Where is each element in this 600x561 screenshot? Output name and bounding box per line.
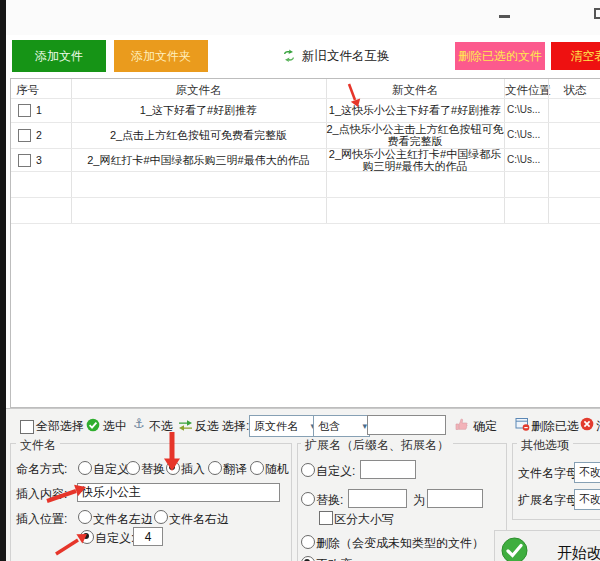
ext-delete-label[interactable]: 删除（会变成未知类型的文件） [316, 535, 484, 552]
ext-replace-from-input[interactable] [348, 489, 407, 508]
thumb-icon [455, 417, 469, 431]
file-location: C:\Us... [507, 129, 549, 141]
clear-list-icon[interactable] [580, 417, 594, 431]
field-dropdown[interactable]: 原文件名▾ [249, 415, 318, 437]
start-rename-label: 开始改名 [557, 544, 600, 561]
clear-table-button[interactable]: 清空表 [551, 42, 600, 70]
ext-replace-radio[interactable] [301, 492, 315, 506]
match-mode-value: 包含 [318, 419, 340, 434]
position-left-label[interactable]: 文件名左边 [93, 511, 153, 528]
new-filename: 2_点快乐小公主击上方红色按钮可免费看完整版 [326, 123, 504, 147]
swap-names-button[interactable]: 新旧文件名互换 [281, 46, 390, 66]
ext-delete-radio[interactable] [301, 535, 315, 549]
position-custom-radio[interactable] [80, 530, 94, 544]
add-file-button[interactable]: 添加文件 [12, 40, 106, 72]
filename-letter-dropdown[interactable]: 不改变 [574, 462, 600, 483]
naming-random-label[interactable]: 随机 [265, 461, 289, 478]
insert-position-label: 插入位置: [16, 511, 67, 528]
grid-line [11, 223, 600, 224]
field-dropdown-value: 原文件名 [254, 419, 298, 434]
case-sensitive-checkbox[interactable] [319, 511, 333, 525]
ext-replace-to-input[interactable] [427, 489, 483, 508]
file-location: C:\Us... [507, 104, 549, 116]
add-folder-button[interactable]: 添加文件夹 [114, 40, 208, 72]
naming-translate-label[interactable]: 翻译 [223, 461, 247, 478]
naming-insert-radio[interactable] [166, 461, 180, 475]
case-sensitive-label[interactable]: 区分大小写 [334, 511, 394, 528]
ext-keep-label[interactable]: 不改变 [316, 556, 352, 561]
original-filename: 2_点击上方红色按钮可免费看完整版 [71, 129, 326, 141]
select-all-checkbox[interactable] [20, 420, 34, 434]
position-index-input[interactable] [133, 527, 163, 546]
clear-list-label[interactable]: 清空 [596, 418, 600, 435]
unpick-button[interactable]: 不选 [149, 418, 173, 435]
grid-line [11, 197, 600, 198]
new-filename: 2_网快乐小公主红打卡#中国绿都乐购三明#最伟大的作品 [326, 148, 504, 172]
row-index: 2 [36, 129, 42, 141]
swap-names-label: 新旧文件名互换 [302, 48, 390, 65]
delete-checked-button[interactable]: 删除已选 [531, 418, 579, 435]
select-filter-label: 选择: [222, 418, 249, 435]
naming-custom-label[interactable]: 自定义 [93, 461, 129, 478]
naming-translate-radio[interactable] [208, 461, 222, 475]
filename-letter-value: 不改变 [579, 465, 600, 480]
naming-insert-label[interactable]: 插入 [181, 461, 205, 478]
maximize-icon[interactable] [594, 8, 600, 19]
select-all-label[interactable]: 全部选择 [36, 418, 84, 435]
position-custom-label[interactable]: 自定义: [95, 530, 134, 547]
col-header-index[interactable]: 序号 [16, 83, 39, 98]
pick-button[interactable]: 选中 [103, 418, 127, 435]
invert-selection-icon [178, 419, 193, 431]
swap-arrows-icon [281, 49, 297, 63]
start-check-icon [501, 537, 528, 561]
grid-line [11, 171, 600, 172]
position-right-radio[interactable] [154, 510, 168, 524]
start-rename-button[interactable]: 开始改名 [494, 530, 600, 561]
col-header-original[interactable]: 原文件名 [71, 83, 326, 98]
ext-custom-label[interactable]: 自定义: [316, 463, 355, 480]
keyword-input[interactable] [367, 415, 446, 435]
naming-custom-radio[interactable] [78, 461, 92, 475]
invert-button[interactable]: 反选 [195, 418, 219, 435]
ext-custom-radio[interactable] [301, 463, 315, 477]
table-row[interactable]: 1 1_这下好看了#好剧推荐 1_这快乐小公主下好看了#好剧推荐 C:\Us..… [11, 98, 600, 122]
check-circle-icon [86, 418, 100, 432]
minimize-icon[interactable] [499, 15, 510, 18]
insert-content-input[interactable] [77, 483, 280, 502]
filename-letter-label: 文件名字母: [518, 465, 581, 482]
original-filename: 1_这下好看了#好剧推荐 [71, 104, 326, 116]
ext-replace-label[interactable]: 替换: [316, 492, 343, 509]
row-checkbox[interactable] [18, 104, 31, 117]
match-mode-dropdown[interactable]: 包含▾ [313, 415, 370, 437]
delete-selected-files-button[interactable]: 删除已选的文件 [455, 42, 545, 70]
ext-letter-dropdown[interactable]: 不改变 [574, 489, 600, 510]
row-checkbox[interactable] [18, 129, 31, 142]
col-header-status[interactable]: 状态 [549, 83, 600, 98]
row-index: 1 [36, 104, 42, 116]
delete-rows-icon [515, 417, 530, 431]
anchor-icon: ⚓ [133, 416, 145, 431]
table-row[interactable]: 3 2_网红打卡#中国绿都乐购三明#最伟大的作品 2_网快乐小公主红打卡#中国绿… [11, 148, 600, 171]
row-checkbox[interactable] [18, 154, 31, 167]
ext-custom-input[interactable] [360, 460, 416, 479]
naming-replace-radio[interactable] [126, 461, 140, 475]
col-header-newname[interactable]: 新文件名 [326, 83, 504, 98]
ext-replace-to-label: 为 [413, 492, 425, 509]
extension-group-title: 扩展名（后缀名、拓展名） [301, 437, 453, 454]
title-bar [6, 0, 600, 35]
original-filename: 2_网红打卡#中国绿都乐购三明#最伟大的作品 [71, 154, 326, 166]
row-index: 3 [36, 154, 42, 166]
filename-group-title: 文件名 [16, 437, 60, 454]
naming-mode-label: 命名方式: [16, 461, 67, 478]
position-left-radio[interactable] [78, 510, 92, 524]
naming-replace-label[interactable]: 替换 [141, 461, 165, 478]
position-right-label[interactable]: 文件名右边 [169, 511, 229, 528]
file-location: C:\Us... [507, 154, 549, 166]
confirm-button[interactable]: 确定 [473, 418, 497, 435]
table-row[interactable]: 2 2_点击上方红色按钮可免费看完整版 2_点快乐小公主击上方红色按钮可免费看完… [11, 122, 600, 148]
ext-letter-label: 扩展名字母: [518, 492, 581, 509]
col-header-location[interactable]: 文件位置 [505, 83, 549, 98]
other-options-title: 其他选项 [517, 437, 573, 454]
insert-content-label: 插入内容: [16, 486, 67, 503]
naming-random-radio[interactable] [250, 461, 264, 475]
